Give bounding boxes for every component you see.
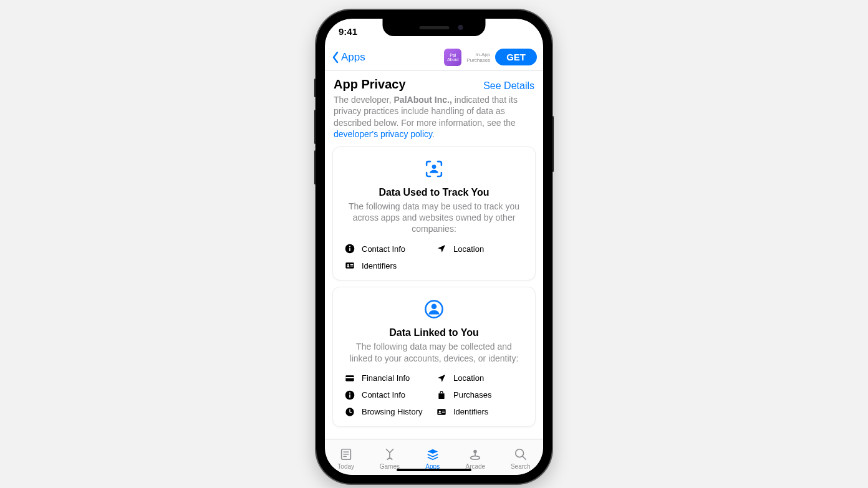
tracking-card: Data Used to Track YouThe following data… — [332, 146, 536, 281]
svg-point-7 — [432, 165, 436, 169]
data-item-label: Identifiers — [362, 261, 397, 270]
data-item: Location — [436, 373, 524, 384]
info-icon — [344, 390, 355, 401]
svg-rect-9 — [349, 248, 350, 251]
data-item: Contact Info — [344, 243, 432, 254]
games-icon — [382, 447, 397, 462]
svg-point-24 — [439, 411, 441, 413]
card-title: Data Used to Track You — [379, 187, 489, 198]
chevron-left-icon — [331, 51, 340, 64]
card-description: The following data may be used to track … — [344, 201, 524, 235]
linked-icon — [423, 299, 445, 327]
svg-rect-30 — [343, 456, 347, 456]
app-icon-line2: About — [447, 57, 458, 62]
svg-rect-13 — [350, 264, 354, 265]
arcade-icon — [468, 447, 483, 462]
data-item-label: Contact Info — [362, 244, 405, 254]
today-icon — [339, 447, 354, 462]
svg-rect-11 — [345, 263, 354, 269]
data-item: Purchases — [436, 390, 524, 401]
data-grid: Financial InfoLocationContact InfoPurcha… — [344, 373, 524, 418]
data-item-label: Location — [453, 244, 484, 254]
app-icon-line1: Pal — [450, 53, 456, 57]
mute-switch — [314, 79, 316, 97]
svg-point-33 — [471, 456, 480, 459]
tab-arcade[interactable]: Arcade — [465, 447, 485, 470]
data-item-label: Purchases — [453, 390, 491, 399]
data-item: Identifiers — [436, 406, 524, 418]
tab-today[interactable]: Today — [337, 447, 354, 470]
id-icon — [344, 260, 355, 271]
developer-name: PalAbout Inc., — [394, 95, 452, 105]
data-item-label: Contact Info — [362, 390, 405, 399]
linked-card: Data Linked to YouThe following data may… — [332, 287, 536, 426]
purchases-icon — [436, 390, 447, 401]
data-item: Identifiers — [344, 260, 432, 271]
app-mini-icon[interactable]: Pal About — [444, 49, 461, 66]
financial-icon — [344, 373, 355, 384]
svg-point-12 — [347, 264, 349, 266]
svg-point-16 — [432, 304, 437, 310]
tab-apps[interactable]: Apps — [425, 447, 440, 470]
data-item-label: Location — [453, 373, 484, 383]
iphone-frame: 9:41 Apps — [316, 10, 552, 484]
history-icon — [344, 406, 355, 418]
tab-games[interactable]: Games — [380, 447, 400, 470]
svg-point-21 — [349, 392, 350, 393]
data-grid: Contact InfoLocationIdentifiers — [344, 243, 524, 271]
content-scroll[interactable]: App Privacy See Details The developer, P… — [325, 71, 543, 439]
svg-rect-28 — [343, 451, 349, 452]
privacy-policy-link[interactable]: developer's privacy policy — [334, 129, 432, 139]
data-item: Location — [436, 243, 524, 254]
svg-rect-23 — [437, 409, 445, 414]
card-description: The following data may be collected and … — [344, 341, 524, 363]
status-time: 9:41 — [339, 26, 357, 37]
tab-label: Today — [337, 463, 354, 470]
svg-point-10 — [349, 246, 350, 247]
tracking-icon — [423, 158, 445, 187]
power-button — [552, 116, 554, 172]
nav-bar: Apps Pal About In-App Purchases GET — [325, 44, 543, 71]
svg-rect-18 — [345, 377, 354, 378]
card-title: Data Linked to You — [389, 327, 478, 338]
search-icon — [513, 447, 528, 462]
page-title: App Privacy — [334, 77, 406, 92]
home-indicator[interactable] — [397, 469, 471, 471]
in-app-purchases-label: In-App Purchases — [466, 52, 490, 63]
back-button[interactable]: Apps — [331, 51, 365, 64]
tab-search[interactable]: Search — [511, 447, 531, 470]
svg-rect-14 — [350, 266, 354, 267]
data-item-label: Financial Info — [362, 373, 410, 383]
svg-rect-25 — [442, 411, 445, 411]
svg-rect-32 — [475, 452, 476, 456]
data-item: Contact Info — [344, 390, 432, 401]
get-button[interactable]: GET — [495, 49, 537, 65]
data-item: Financial Info — [344, 373, 432, 384]
data-item-label: Browsing History — [362, 407, 423, 416]
id-icon — [436, 406, 447, 418]
location-icon — [436, 373, 447, 384]
data-item: Browsing History — [344, 406, 432, 418]
svg-rect-29 — [343, 454, 349, 454]
see-details-link[interactable]: See Details — [483, 80, 534, 92]
svg-line-35 — [523, 456, 526, 459]
tab-label: Search — [511, 463, 531, 470]
data-item-label: Identifiers — [453, 407, 488, 416]
svg-rect-20 — [349, 394, 350, 397]
svg-rect-26 — [442, 412, 445, 413]
location-icon — [436, 243, 447, 254]
notch — [383, 19, 486, 36]
volume-down-button — [314, 150, 316, 184]
screen: 9:41 Apps — [325, 19, 543, 475]
volume-up-button — [314, 110, 316, 144]
back-label: Apps — [341, 51, 365, 64]
privacy-description: The developer, PalAbout Inc., indicated … — [332, 94, 536, 146]
info-icon — [344, 243, 355, 254]
apps-icon — [425, 447, 440, 462]
